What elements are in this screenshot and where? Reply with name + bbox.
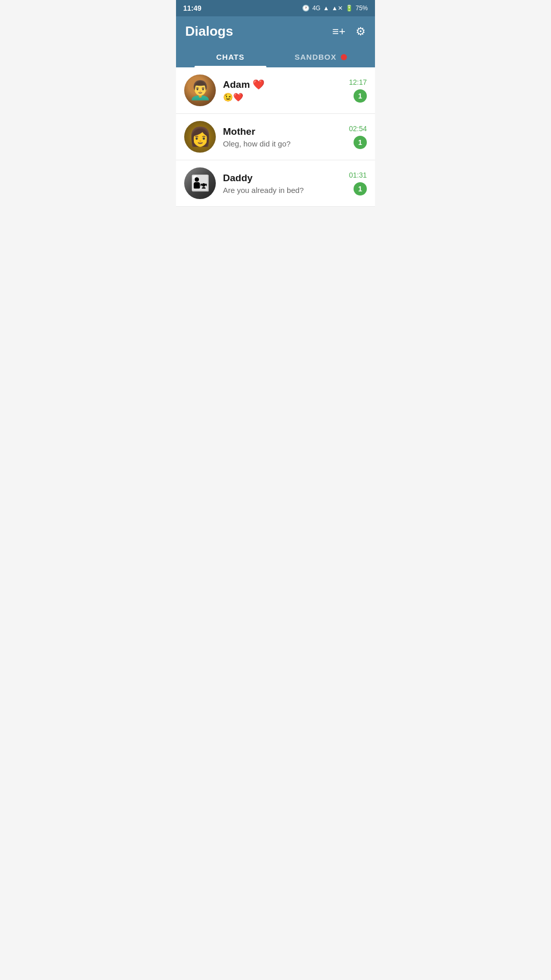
avatar-adam (184, 75, 216, 106)
network-label: 4G (312, 5, 320, 12)
signal-x-icon: ▲✕ (332, 5, 343, 12)
chat-list: Adam ❤️ 😉❤️ 12:17 1 Mother Oleg, how did… (176, 67, 375, 207)
tabs: CHATS SANDBOX (185, 46, 366, 67)
chat-time-adam: 12:17 (349, 78, 367, 86)
header-actions: ≡+ ⚙ (332, 25, 366, 38)
chat-item-mother[interactable]: Mother Oleg, how did it go? 02:54 1 (176, 114, 375, 160)
chat-item-adam[interactable]: Adam ❤️ 😉❤️ 12:17 1 (176, 67, 375, 114)
tab-sandbox[interactable]: SANDBOX (276, 46, 366, 67)
header: Dialogs ≡+ ⚙ CHATS SANDBOX (176, 16, 375, 67)
chat-item-daddy[interactable]: Daddy Are you already in bed? 01:31 1 (176, 160, 375, 207)
new-chat-icon[interactable]: ≡+ (332, 25, 345, 38)
battery-percent: 75% (356, 5, 368, 12)
status-time: 11:49 (183, 4, 202, 12)
chat-name-adam: Adam ❤️ (223, 79, 344, 90)
status-bar: 11:49 🕐 4G ▲ ▲✕ 🔋 75% (176, 0, 375, 16)
chat-meta-adam: 12:17 1 (349, 78, 367, 103)
chat-content-adam: Adam ❤️ 😉❤️ (223, 79, 344, 102)
signal-icon: ▲ (323, 5, 329, 12)
chat-badge-daddy: 1 (354, 182, 367, 195)
empty-area (176, 207, 375, 615)
chat-badge-adam: 1 (354, 89, 367, 103)
header-top: Dialogs ≡+ ⚙ (185, 23, 366, 46)
chat-content-mother: Mother Oleg, how did it go? (223, 126, 344, 148)
chat-meta-mother: 02:54 1 (349, 125, 367, 149)
battery-icon: 🔋 (345, 5, 353, 12)
status-icons: 🕐 4G ▲ ▲✕ 🔋 75% (302, 5, 368, 12)
avatar-mother (184, 121, 216, 153)
chat-content-daddy: Daddy Are you already in bed? (223, 173, 344, 194)
settings-icon[interactable]: ⚙ (356, 25, 366, 38)
avatar-daddy (184, 167, 216, 199)
chat-preview-mother: Oleg, how did it go? (223, 139, 344, 148)
chat-preview-daddy: Are you already in bed? (223, 186, 344, 194)
alarm-icon: 🕐 (302, 5, 310, 12)
page-title: Dialogs (185, 23, 233, 39)
chat-name-daddy: Daddy (223, 173, 344, 184)
chat-badge-mother: 1 (354, 136, 367, 149)
chat-time-mother: 02:54 (349, 125, 367, 133)
chat-preview-adam: 😉❤️ (223, 92, 344, 102)
chat-name-mother: Mother (223, 126, 344, 137)
chat-meta-daddy: 01:31 1 (349, 171, 367, 195)
tab-chats[interactable]: CHATS (185, 46, 276, 67)
sandbox-notification-dot (341, 54, 347, 60)
chat-time-daddy: 01:31 (349, 171, 367, 179)
